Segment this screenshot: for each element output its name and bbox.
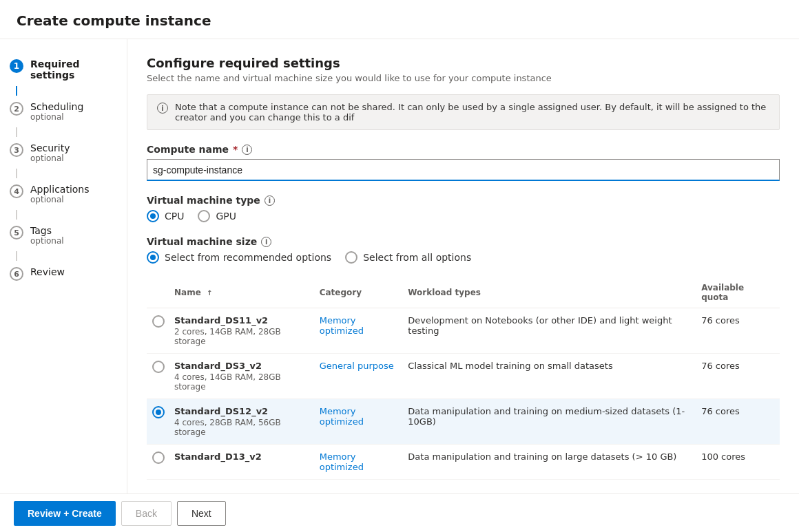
compute-name-info-icon[interactable]: i xyxy=(242,145,252,155)
info-banner-icon: i xyxy=(157,103,168,114)
info-banner: i Note that a compute instance can not b… xyxy=(147,94,780,130)
table-cell-name-1: Standard_DS3_v24 cores, 14GB RAM, 28GB s… xyxy=(174,354,320,399)
radio-recommended-label: Select from recommended options xyxy=(165,252,331,263)
category-link[interactable]: General purpose xyxy=(320,361,394,371)
table-col-quota: Available quota xyxy=(701,277,780,308)
table-cell-workload-3: Data manipulation and training on large … xyxy=(408,445,701,480)
step-number-1: 1 xyxy=(10,59,23,73)
vm-type-info-icon[interactable]: i xyxy=(264,195,275,206)
table-cell-radio-3[interactable] xyxy=(147,445,174,480)
sidebar-item-review[interactable]: 6 Review xyxy=(0,261,127,286)
connector-5-6 xyxy=(16,251,17,261)
row-radio-outer xyxy=(152,361,165,373)
vm-name: Standard_DS11_v2 xyxy=(174,315,311,326)
table-row[interactable]: Standard_DS11_v22 cores, 14GB RAM, 28GB … xyxy=(147,308,780,354)
row-radio-outer xyxy=(152,406,165,418)
vm-type-label: Virtual machine type i xyxy=(147,195,780,206)
review-create-button[interactable]: Review + Create xyxy=(14,501,116,526)
table-col-category: Category xyxy=(320,277,408,308)
table-cell-category-0[interactable]: Memory optimized xyxy=(320,308,408,354)
table-cell-name-3: Standard_D13_v2 xyxy=(174,445,320,480)
row-radio-outer xyxy=(152,315,165,328)
category-link[interactable]: Memory optimized xyxy=(320,406,364,427)
table-cell-radio-2[interactable] xyxy=(147,399,174,445)
table-cell-quota-1: 76 cores xyxy=(701,354,780,399)
compute-name-label: Compute name * i xyxy=(147,144,780,155)
compute-name-group: Compute name * i xyxy=(147,144,780,181)
connector-3-4 xyxy=(16,169,17,178)
connector-1-2 xyxy=(16,86,17,96)
compute-name-input[interactable] xyxy=(147,159,780,181)
table-cell-quota-3: 100 cores xyxy=(701,445,780,480)
sidebar-item-applications[interactable]: 4 Applications optional xyxy=(0,178,127,210)
sidebar-item-tags[interactable]: 5 Tags optional xyxy=(0,220,127,251)
radio-gpu-outer xyxy=(198,210,210,222)
radio-cpu[interactable]: CPU xyxy=(147,210,184,222)
radio-recommended-inner xyxy=(150,255,156,260)
table-cell-radio-0[interactable] xyxy=(147,308,174,354)
vm-name: Standard_DS12_v2 xyxy=(174,406,311,416)
section-subtitle: Select the name and virtual machine size… xyxy=(147,73,780,83)
main-content: Configure required settings Select the n… xyxy=(127,39,799,532)
table-col-select xyxy=(147,277,174,308)
vm-size-info-icon[interactable]: i xyxy=(261,237,271,247)
connector-4-5 xyxy=(16,210,17,220)
vm-specs: 2 cores, 14GB RAM, 28GB storage xyxy=(174,327,311,346)
table-cell-workload-1: Classical ML model training on small dat… xyxy=(408,354,701,399)
table-cell-quota-2: 76 cores xyxy=(701,399,780,445)
radio-all-options[interactable]: Select from all options xyxy=(345,251,471,264)
table-row[interactable]: Standard_D13_v2Memory optimizedData mani… xyxy=(147,445,780,480)
row-radio-outer xyxy=(152,451,165,464)
category-link[interactable]: Memory optimized xyxy=(320,451,364,472)
sidebar-sub-scheduling: optional xyxy=(30,112,83,122)
vm-specs: 4 cores, 28GB RAM, 56GB storage xyxy=(174,418,311,437)
radio-recommended[interactable]: Select from recommended options xyxy=(147,251,331,264)
table-cell-workload-2: Data manipulation and training on medium… xyxy=(408,399,701,445)
table-cell-name-2: Standard_DS12_v24 cores, 28GB RAM, 56GB … xyxy=(174,399,320,445)
next-button[interactable]: Next xyxy=(177,501,226,526)
sort-arrow-icon: ↑ xyxy=(207,289,212,297)
category-link[interactable]: Memory optimized xyxy=(320,315,364,336)
footer: Review + Create Back Next xyxy=(0,493,799,532)
sidebar-sub-security: optional xyxy=(30,153,70,163)
radio-all-outer xyxy=(345,251,357,264)
sidebar-label-scheduling: Scheduling xyxy=(30,101,83,112)
sidebar-item-required-settings[interactable]: 1 Required settings xyxy=(0,53,127,86)
sidebar-item-security[interactable]: 3 Security optional xyxy=(0,137,127,169)
table-row[interactable]: Standard_DS3_v24 cores, 14GB RAM, 28GB s… xyxy=(147,354,780,399)
sidebar-label-tags: Tags xyxy=(30,225,64,236)
sidebar-sub-tags: optional xyxy=(30,236,64,246)
table-cell-category-1[interactable]: General purpose xyxy=(320,354,408,399)
sidebar-label-security: Security xyxy=(30,142,70,153)
vm-name: Standard_DS3_v2 xyxy=(174,361,311,371)
step-number-3: 3 xyxy=(10,143,23,157)
sidebar-item-scheduling[interactable]: 2 Scheduling optional xyxy=(0,96,127,127)
vm-name: Standard_D13_v2 xyxy=(174,451,311,462)
radio-cpu-inner xyxy=(150,213,156,219)
step-number-6: 6 xyxy=(10,267,23,281)
table-cell-category-3[interactable]: Memory optimized xyxy=(320,445,408,480)
radio-recommended-outer xyxy=(147,251,159,264)
step-number-4: 4 xyxy=(10,184,23,198)
radio-gpu[interactable]: GPU xyxy=(198,210,236,222)
table-cell-radio-1[interactable] xyxy=(147,354,174,399)
required-star: * xyxy=(233,144,238,155)
row-radio-inner xyxy=(156,409,161,415)
table-row[interactable]: Standard_DS12_v24 cores, 28GB RAM, 56GB … xyxy=(147,399,780,445)
table-cell-workload-0: Development on Notebooks (or other IDE) … xyxy=(408,308,701,354)
vm-size-radio-group: Select from recommended options Select f… xyxy=(147,251,780,264)
step-number-5: 5 xyxy=(10,226,23,240)
vm-size-label: Virtual machine size i xyxy=(147,236,780,247)
step-number-2: 2 xyxy=(10,102,23,116)
back-button[interactable]: Back xyxy=(121,501,172,526)
radio-gpu-label: GPU xyxy=(216,211,236,222)
sidebar-label-review: Review xyxy=(30,266,65,277)
radio-cpu-label: CPU xyxy=(165,211,184,222)
table-col-name[interactable]: Name ↑ xyxy=(174,277,320,308)
radio-all-label: Select from all options xyxy=(363,252,471,263)
sidebar-sub-applications: optional xyxy=(30,195,90,204)
table-cell-category-2[interactable]: Memory optimized xyxy=(320,399,408,445)
radio-cpu-outer xyxy=(147,210,159,222)
info-banner-text: Note that a compute instance can not be … xyxy=(175,102,769,123)
table-cell-name-0: Standard_DS11_v22 cores, 14GB RAM, 28GB … xyxy=(174,308,320,354)
